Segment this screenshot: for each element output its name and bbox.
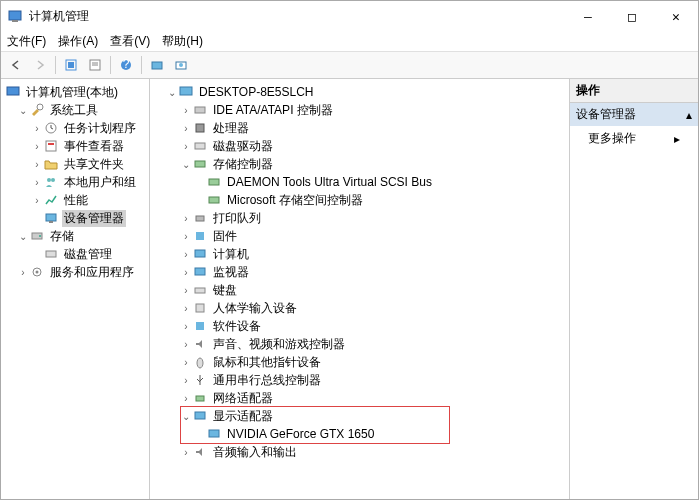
device-hid[interactable]: ›人体学输入设备 xyxy=(150,299,569,317)
svg-point-22 xyxy=(39,235,41,237)
ide-icon xyxy=(192,102,208,118)
device-computer[interactable]: ⌄DESKTOP-8E5SLCH xyxy=(150,83,569,101)
svg-point-18 xyxy=(51,178,55,182)
device-audio[interactable]: ›音频输入和输出 xyxy=(150,443,569,461)
tree-disk-mgmt[interactable]: 磁盘管理 xyxy=(1,245,149,263)
tree-task-scheduler[interactable]: ›任务计划程序 xyxy=(1,119,149,137)
hid-icon xyxy=(192,300,208,316)
svg-rect-9 xyxy=(152,62,162,69)
tree-system-tools[interactable]: ⌄系统工具 xyxy=(1,101,149,119)
chevron-right-icon: › xyxy=(180,303,192,314)
help-button[interactable]: ? xyxy=(115,54,137,76)
perf-icon xyxy=(43,192,59,208)
svg-rect-27 xyxy=(195,107,205,113)
users-icon xyxy=(43,174,59,190)
device-gpu[interactable]: NVIDIA GeForce GTX 1650 xyxy=(150,425,569,443)
device-storage-ctrl[interactable]: ⌄存储控制器 xyxy=(150,155,569,173)
device-cpu[interactable]: ›处理器 xyxy=(150,119,569,137)
svg-rect-35 xyxy=(195,250,205,257)
chevron-right-icon: › xyxy=(180,447,192,458)
close-button[interactable]: ✕ xyxy=(654,1,698,31)
app-icon xyxy=(7,8,23,24)
properties-button[interactable] xyxy=(84,54,106,76)
toolbar: ? xyxy=(1,51,698,79)
mouse-icon xyxy=(192,354,208,370)
back-button[interactable] xyxy=(5,54,27,76)
forward-button[interactable] xyxy=(29,54,51,76)
actions-panel: 操作 设备管理器▴ 更多操作▸ xyxy=(570,79,698,499)
svg-rect-28 xyxy=(196,124,204,132)
tree-local-users[interactable]: ›本地用户和组 xyxy=(1,173,149,191)
menu-help[interactable]: 帮助(H) xyxy=(162,33,203,50)
device-daemon[interactable]: DAEMON Tools Ultra Virtual SCSI Bus xyxy=(150,173,569,191)
show-button[interactable] xyxy=(170,54,192,76)
device-computers[interactable]: ›计算机 xyxy=(150,245,569,263)
device-keyboards[interactable]: ›键盘 xyxy=(150,281,569,299)
tree-services[interactable]: ›服务和应用程序 xyxy=(1,263,149,281)
menu-view[interactable]: 查看(V) xyxy=(110,33,150,50)
sound-icon xyxy=(192,336,208,352)
menu-action[interactable]: 操作(A) xyxy=(58,33,98,50)
device-disk-drives[interactable]: ›磁盘驱动器 xyxy=(150,137,569,155)
device-display[interactable]: ⌄显示适配器 xyxy=(150,407,569,425)
middle-panel: ⌄DESKTOP-8E5SLCH ›IDE ATA/ATAPI 控制器 ›处理器… xyxy=(150,79,570,499)
chevron-right-icon: › xyxy=(31,195,43,206)
svg-rect-20 xyxy=(49,221,53,223)
folder-icon xyxy=(43,156,59,172)
main-area: 计算机管理(本地) ⌄系统工具 ›任务计划程序 ›事件查看器 ›共享文件夹 ›本… xyxy=(1,79,698,499)
menu-bar: 文件(F) 操作(A) 查看(V) 帮助(H) xyxy=(1,31,698,51)
svg-rect-1 xyxy=(12,20,18,22)
svg-rect-12 xyxy=(7,87,19,95)
device-network[interactable]: ›网络适配器 xyxy=(150,389,569,407)
network-icon xyxy=(192,390,208,406)
svg-rect-0 xyxy=(9,11,21,20)
maximize-button[interactable]: □ xyxy=(610,1,654,31)
device-firmware[interactable]: ›固件 xyxy=(150,227,569,245)
monitor-icon xyxy=(192,264,208,280)
svg-text:?: ? xyxy=(123,58,130,71)
minimize-button[interactable]: — xyxy=(566,1,610,31)
tree-event-viewer[interactable]: ›事件查看器 xyxy=(1,137,149,155)
svg-rect-38 xyxy=(196,304,204,312)
usb-icon xyxy=(192,372,208,388)
chevron-right-icon: › xyxy=(31,159,43,170)
actions-section[interactable]: 设备管理器▴ xyxy=(570,103,698,126)
tree-device-manager[interactable]: 设备管理器 xyxy=(1,209,149,227)
device-mice[interactable]: ›鼠标和其他指针设备 xyxy=(150,353,569,371)
up-button[interactable] xyxy=(60,54,82,76)
tree-shared-folders[interactable]: ›共享文件夹 xyxy=(1,155,149,173)
actions-more[interactable]: 更多操作▸ xyxy=(570,126,698,151)
svg-rect-32 xyxy=(209,197,219,203)
device-ide[interactable]: ›IDE ATA/ATAPI 控制器 xyxy=(150,101,569,119)
cpu-icon xyxy=(192,120,208,136)
printer-icon xyxy=(192,210,208,226)
gpu-icon xyxy=(206,426,222,442)
chevron-right-icon: › xyxy=(31,123,43,134)
view-button[interactable] xyxy=(146,54,168,76)
title-bar: 计算机管理 — □ ✕ xyxy=(1,1,698,31)
chevron-right-icon: › xyxy=(180,375,192,386)
device-monitors[interactable]: ›监视器 xyxy=(150,263,569,281)
storage-ctrl-icon xyxy=(192,156,208,172)
device-print[interactable]: ›打印队列 xyxy=(150,209,569,227)
device-sound[interactable]: ›声音、视频和游戏控制器 xyxy=(150,335,569,353)
tools-icon xyxy=(29,102,45,118)
device-ms-storage[interactable]: Microsoft 存储空间控制器 xyxy=(150,191,569,209)
device-software[interactable]: ›软件设备 xyxy=(150,317,569,335)
chevron-right-icon: › xyxy=(180,141,192,152)
tree-performance[interactable]: ›性能 xyxy=(1,191,149,209)
tree-storage[interactable]: ⌄存储 xyxy=(1,227,149,245)
device-usb[interactable]: ›通用串行总线控制器 xyxy=(150,371,569,389)
menu-file[interactable]: 文件(F) xyxy=(7,33,46,50)
tree-root[interactable]: 计算机管理(本地) xyxy=(1,83,149,101)
svg-rect-23 xyxy=(46,251,56,257)
svg-point-17 xyxy=(47,178,51,182)
firmware-icon xyxy=(192,228,208,244)
chevron-right-icon: › xyxy=(31,141,43,152)
svg-rect-29 xyxy=(195,143,205,149)
clock-icon xyxy=(43,120,59,136)
svg-rect-3 xyxy=(68,62,74,68)
svg-rect-42 xyxy=(195,412,205,419)
storage-icon xyxy=(29,228,45,244)
svg-point-11 xyxy=(179,63,183,67)
